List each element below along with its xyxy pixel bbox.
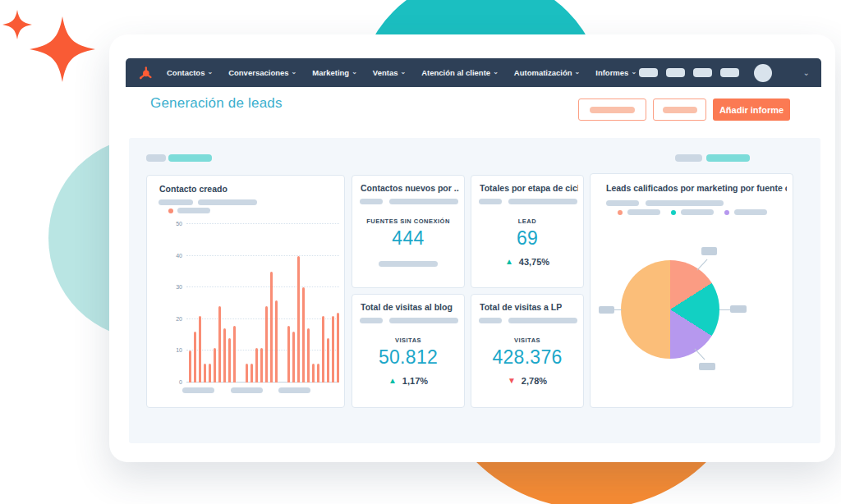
nav-item-contactos[interactable]: Contactos⌄ (167, 68, 213, 77)
placeholder-bar (360, 318, 383, 323)
subtitle-placeholder (159, 199, 193, 205)
bar (337, 313, 339, 383)
chevron-down-icon: ⌄ (400, 69, 406, 76)
card-title: Contacto creado (159, 184, 227, 194)
nav-label: Automatización (514, 68, 572, 77)
metric-label: FUENTES SIN CONEXIÓN (352, 218, 464, 225)
top-navbar: Contactos⌄ Conversaciones⌄ Marketing⌄ Ve… (126, 58, 821, 87)
filter-placeholder-gray-left[interactable] (146, 154, 166, 162)
card-blog-visits: Total de visitas al blog VISITAS 50.812 … (352, 294, 465, 408)
bar (312, 364, 315, 383)
bar (260, 348, 263, 383)
placeholder-bar (508, 318, 577, 323)
card-title: Contactos nuevos por ... (361, 183, 459, 193)
delta-value: 2,78% (522, 376, 547, 386)
delta-row: ▼ 2,78% (471, 376, 583, 386)
legend-label-placeholder (734, 209, 767, 215)
placeholder-bar (389, 199, 458, 204)
nav-label: Conversaciones (228, 68, 288, 77)
page-title: Generación de leads (150, 95, 283, 112)
bar (287, 326, 290, 383)
filter-placeholder-teal-right[interactable] (706, 154, 750, 162)
pie-callout-placeholder (599, 306, 614, 314)
subtitle-placeholders (479, 318, 577, 323)
pie-callout-placeholder (730, 305, 747, 313)
callout-line (694, 349, 705, 360)
card-mql-by-source: Leads calificados por marketing por fuen… (590, 173, 793, 408)
nav-label: Ventas (373, 68, 398, 77)
bar (246, 364, 248, 383)
y-axis-tick: 20 (170, 316, 182, 322)
nav-utility-placeholder-4[interactable] (720, 68, 739, 77)
bar (302, 287, 305, 383)
gridline (186, 223, 339, 224)
callout-line (696, 259, 707, 271)
add-report-button[interactable]: Añadir informe (713, 99, 790, 121)
secondary-action-button-1[interactable] (578, 99, 646, 121)
nav-menu: Contactos⌄ Conversaciones⌄ Marketing⌄ Ve… (167, 68, 636, 77)
avatar[interactable] (754, 64, 772, 82)
bar (199, 316, 201, 383)
card-new-contacts: Contactos nuevos por ... FUENTES SIN CON… (352, 175, 465, 288)
nav-item-marketing[interactable]: Marketing⌄ (312, 68, 357, 77)
subtitle-placeholders (360, 199, 458, 204)
nav-item-conversaciones[interactable]: Conversaciones⌄ (228, 68, 296, 77)
dashboard-content: Contacto creado 01020304050 Contactos nu… (129, 138, 820, 443)
legend-item (618, 209, 660, 215)
metric-label: LEAD (471, 218, 583, 225)
trend-down-icon: ▼ (508, 377, 516, 385)
legend-dot-purple (724, 210, 729, 215)
callout-line (719, 309, 731, 310)
bar (204, 364, 206, 383)
placeholder-bar (479, 318, 502, 323)
nav-label: Marketing (312, 68, 349, 77)
bar (233, 326, 236, 383)
bar (322, 316, 324, 383)
nav-item-automatizacion[interactable]: Automatización⌄ (514, 68, 580, 77)
nav-item-ventas[interactable]: Ventas⌄ (373, 68, 406, 77)
chevron-down-icon[interactable]: ⌄ (803, 68, 810, 77)
chevron-down-icon: ⌄ (575, 69, 581, 76)
legend-dot-coral (618, 210, 623, 215)
chevron-down-icon: ⌄ (352, 69, 357, 76)
trend-up-icon: ▲ (505, 258, 513, 266)
bar (209, 364, 211, 383)
legend-dot-coral (168, 208, 173, 213)
bar (270, 272, 273, 383)
delta-row: ▲ 1,17% (352, 376, 464, 386)
metric-value: 444 (352, 227, 464, 250)
sparkle-star-small-icon (2, 10, 32, 39)
nav-utility-placeholder-3[interactable] (693, 68, 712, 77)
metric-label: VISITAS (471, 337, 583, 344)
bar-series (189, 256, 339, 383)
pie-callout-placeholder (699, 363, 715, 370)
filter-placeholder-gray-right[interactable] (675, 154, 702, 162)
subtitle-placeholders (360, 318, 458, 323)
hubspot-logo-icon[interactable] (137, 65, 154, 81)
subtitle-placeholders (479, 199, 577, 204)
chevron-down-icon: ⌄ (292, 69, 297, 76)
nav-label: Informes (595, 68, 628, 77)
nav-utility-placeholder-1[interactable] (639, 68, 658, 77)
dashboard-window: Contactos⌄ Conversaciones⌄ Marketing⌄ Ve… (109, 34, 835, 462)
card-title: Total de visitas al blog (361, 302, 453, 312)
bar (250, 364, 253, 383)
card-title: Totales por etapa de ciclo... (480, 183, 578, 193)
delta-row: ▲ 43,75% (471, 257, 583, 267)
bar-chart-plot: 01020304050 (186, 224, 339, 383)
card-lifecycle-totals: Totales por etapa de ciclo... LEAD 69 ▲ … (471, 175, 584, 288)
legend-label-placeholder (177, 208, 210, 213)
card-lp-visits: Total de visitas a LP VISITAS 428.376 ▼ … (471, 294, 584, 408)
chevron-down-icon: ⌄ (631, 69, 636, 76)
bar (194, 332, 196, 383)
bar (317, 364, 319, 383)
nav-item-informes[interactable]: Informes⌄ (595, 68, 636, 77)
bar (292, 332, 295, 383)
nav-utility-placeholder-2[interactable] (666, 68, 685, 77)
secondary-action-button-2[interactable] (653, 99, 706, 121)
bar (214, 348, 216, 383)
y-axis-tick: 40 (170, 253, 182, 259)
chevron-down-icon: ⌄ (493, 69, 499, 76)
filter-placeholder-teal-left[interactable] (168, 154, 212, 162)
nav-item-atencion-al-cliente[interactable]: Atención al cliente⌄ (421, 68, 499, 77)
